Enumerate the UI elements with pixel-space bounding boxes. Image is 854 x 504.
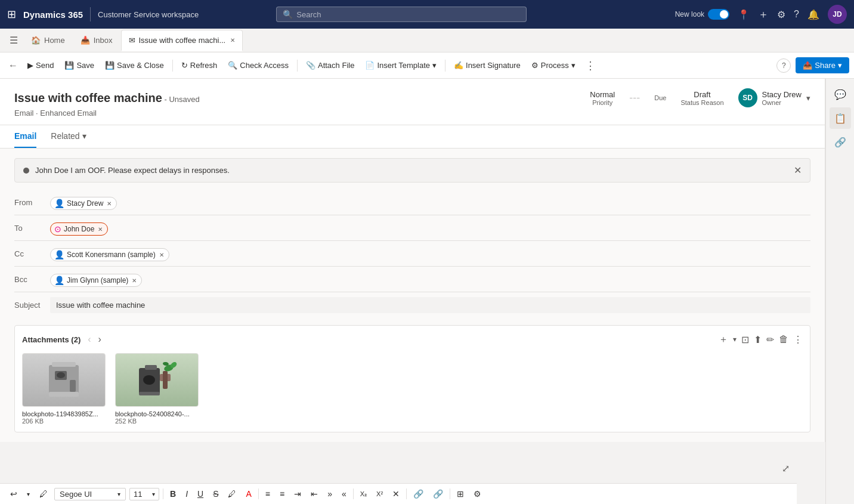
font-name-selector[interactable]: Segoe UI ▾ (54, 488, 126, 500)
share-button[interactable]: 📤 Share ▾ (796, 57, 849, 73)
search-input[interactable] (296, 10, 520, 19)
sidebar-icon-link[interactable]: 🔗 (830, 131, 851, 153)
attachment-copy-icon[interactable]: ⊡ (741, 334, 749, 345)
tab-email-content[interactable]: Email (14, 125, 36, 148)
attachments-next-button[interactable]: › (96, 333, 104, 346)
save-button[interactable]: 💾 Save (60, 57, 99, 73)
email-content: Issue with coffee machine - Unsaved Norm… (0, 79, 825, 442)
attach-file-button[interactable]: 📎 Attach File (301, 57, 359, 73)
undo-dropdown[interactable]: ▾ (24, 489, 33, 499)
superscript-button[interactable]: X² (373, 488, 386, 499)
save-close-button[interactable]: 💾 Save & Close (100, 57, 169, 73)
add-icon[interactable]: ＋ (758, 7, 769, 21)
content-tabs: Email Related ▾ (0, 125, 825, 149)
cc-person-icon: 👤 (54, 250, 64, 259)
decrease-indent-button[interactable]: « (339, 487, 349, 500)
undo-button[interactable]: ↩ (7, 487, 20, 500)
sidebar-icon-chat[interactable]: 💬 (830, 84, 851, 105)
refresh-icon: ↻ (181, 61, 188, 70)
save-icon: 💾 (64, 61, 74, 70)
tab-related[interactable]: Related ▾ (51, 125, 86, 148)
add-attachment-button[interactable]: ＋ (719, 333, 728, 346)
italic-button[interactable]: I (182, 487, 191, 500)
attachment-upload-icon[interactable]: ⬆ (754, 334, 762, 345)
insert-link-button[interactable]: 🔗 (410, 487, 426, 500)
compose-area: John Doe I am OOF. Please expect delays … (0, 149, 825, 442)
cc-recipient[interactable]: 👤 Scott Konersmann (sample) ✕ (50, 248, 169, 261)
font-name-dropdown[interactable]: ▾ (117, 491, 120, 497)
insert-link-2-button[interactable]: 🔗 (430, 487, 446, 500)
subject-value[interactable]: Issue with coffee machine (50, 297, 810, 313)
bold-button[interactable]: B (167, 487, 179, 500)
font-color-button[interactable]: A (243, 487, 254, 500)
bullets-button[interactable]: ≡ (262, 487, 273, 500)
from-recipient[interactable]: 👤 Stacy Drew ✕ (50, 197, 117, 210)
share-dropdown-icon[interactable]: ▾ (838, 61, 842, 70)
help-circle-icon[interactable]: ? (776, 58, 791, 73)
tab-inbox[interactable]: 📥 Inbox (73, 30, 120, 51)
increase-indent-button[interactable]: » (324, 487, 335, 500)
tab-email-close[interactable]: ✕ (230, 37, 235, 44)
format-paint-button[interactable]: 🖊 (36, 487, 51, 500)
to-remove-button[interactable]: ✕ (98, 226, 103, 233)
strikethrough-button[interactable]: S (210, 487, 221, 500)
outdent-button[interactable]: ⇤ (308, 487, 321, 500)
status-reason-meta: Draft Status Reason (680, 90, 723, 106)
notification-icon[interactable]: 🔔 (807, 9, 819, 20)
underline-button[interactable]: U (194, 487, 206, 500)
tab-home[interactable]: 🏠 Home (24, 30, 72, 51)
to-field: To ⊙ John Doe ✕ (14, 215, 810, 241)
location-icon[interactable]: 📍 (738, 9, 750, 20)
global-search[interactable]: 🔍 (276, 7, 527, 22)
settings-icon[interactable]: ⚙ (777, 9, 785, 20)
attachment-more-button[interactable]: ⋮ (793, 334, 803, 345)
tab-inbox-label: Inbox (94, 36, 113, 45)
new-look-label: New look (675, 10, 704, 18)
related-dropdown-icon[interactable]: ▾ (82, 131, 86, 141)
bcc-remove-button[interactable]: ✕ (132, 277, 137, 284)
indent-button[interactable]: ⇥ (291, 487, 304, 500)
subscript-button[interactable]: X₂ (357, 488, 370, 500)
font-size-dropdown[interactable]: ▾ (152, 491, 155, 497)
attachment-item[interactable]: blockphoto-119483985Z... 206 KB (22, 353, 106, 425)
attachment-delete-icon[interactable]: 🗑 (779, 334, 788, 345)
owner-dropdown-icon[interactable]: ▾ (806, 94, 810, 103)
person-icon: 👤 (54, 199, 64, 208)
tab-menu-btn[interactable]: ☰ (5, 31, 23, 50)
insert-template-button[interactable]: 📄 Insert Template ▾ (360, 57, 441, 73)
clear-format-button[interactable]: ✕ (389, 487, 403, 500)
send-button[interactable]: ▶ Send (23, 57, 58, 73)
refresh-button[interactable]: ↻ Refresh (177, 57, 222, 73)
attachment-edit-icon[interactable]: ✏ (766, 334, 774, 345)
back-button[interactable]: ← (5, 57, 21, 75)
cc-remove-button[interactable]: ✕ (159, 252, 164, 258)
highlight-button[interactable]: 🖊 (225, 487, 239, 500)
template-dropdown-icon[interactable]: ▾ (432, 61, 437, 70)
oof-close-button[interactable]: ✕ (794, 165, 802, 176)
font-size-selector[interactable]: 11 ▾ (129, 488, 159, 500)
new-look-switch[interactable] (708, 9, 729, 20)
tab-email[interactable]: ✉ Issue with coffee machi... ✕ (121, 30, 243, 51)
bcc-recipient[interactable]: 👤 Jim Glynn (sample) ✕ (50, 274, 142, 287)
numbering-button[interactable]: ≡ (277, 487, 287, 500)
add-attachment-dropdown[interactable]: ▾ (733, 335, 737, 344)
priority-label: Priority (590, 99, 615, 106)
svg-point-5 (57, 372, 65, 378)
more-options-button[interactable]: ⋮ (581, 57, 599, 75)
check-access-button[interactable]: 🔍 Check Access (223, 57, 293, 73)
attachments-prev-button[interactable]: ‹ (85, 333, 93, 346)
process-dropdown-icon[interactable]: ▾ (571, 61, 575, 70)
grid-icon[interactable]: ⊞ (7, 8, 16, 21)
help-icon[interactable]: ? (794, 9, 799, 20)
insert-signature-button[interactable]: ✍ Insert Signature (449, 57, 525, 73)
attachment-item[interactable]: blockphoto-524008240-... 252 KB (115, 353, 199, 425)
expand-icon[interactable]: ⤢ (782, 463, 790, 474)
process-button[interactable]: ⚙ Process ▾ (527, 57, 580, 73)
insert-table-button[interactable]: ⊞ (454, 487, 467, 500)
sidebar-icon-clipboard[interactable]: 📋 (830, 107, 851, 129)
tab-email-label: Issue with coffee machi... (139, 36, 226, 45)
to-recipient[interactable]: ⊙ John Doe ✕ (50, 222, 108, 236)
user-avatar[interactable]: JD (828, 5, 847, 24)
from-remove-button[interactable]: ✕ (107, 200, 112, 207)
format-settings-button[interactable]: ⚙ (471, 487, 484, 500)
